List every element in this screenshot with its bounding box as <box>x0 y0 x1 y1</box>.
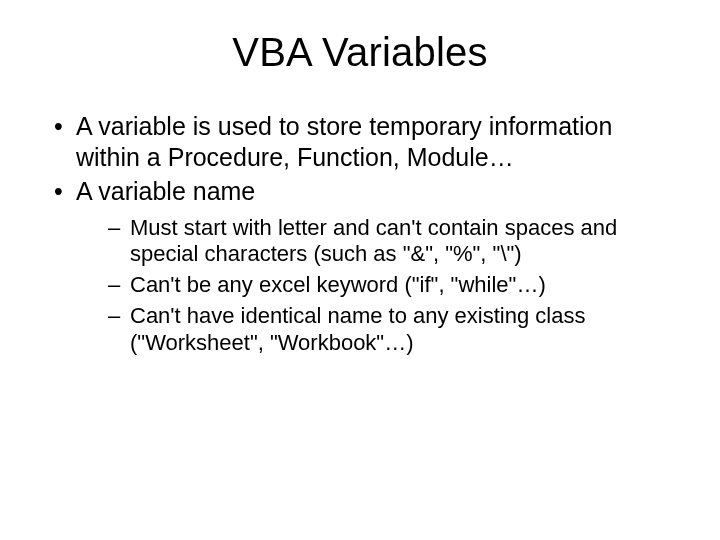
bullet-text: A variable name <box>76 177 255 205</box>
list-item: Can't be any excel keyword ("if", "while… <box>108 272 680 299</box>
bullet-text: A variable is used to store temporary in… <box>76 112 612 171</box>
bullet-text: Can't have identical name to any existin… <box>130 303 585 355</box>
bullet-text: Must start with letter and can't contain… <box>130 215 617 267</box>
list-item: Can't have identical name to any existin… <box>108 303 680 357</box>
sub-bullet-list: Must start with letter and can't contain… <box>76 215 680 357</box>
slide-title: VBA Variables <box>40 30 680 75</box>
list-item: Must start with letter and can't contain… <box>108 215 680 269</box>
bullet-list: A variable is used to store temporary in… <box>40 111 680 357</box>
bullet-text: Can't be any excel keyword ("if", "while… <box>130 272 546 297</box>
list-item: A variable name Must start with letter a… <box>50 176 680 357</box>
list-item: A variable is used to store temporary in… <box>50 111 680 172</box>
slide: VBA Variables A variable is used to stor… <box>0 0 720 540</box>
